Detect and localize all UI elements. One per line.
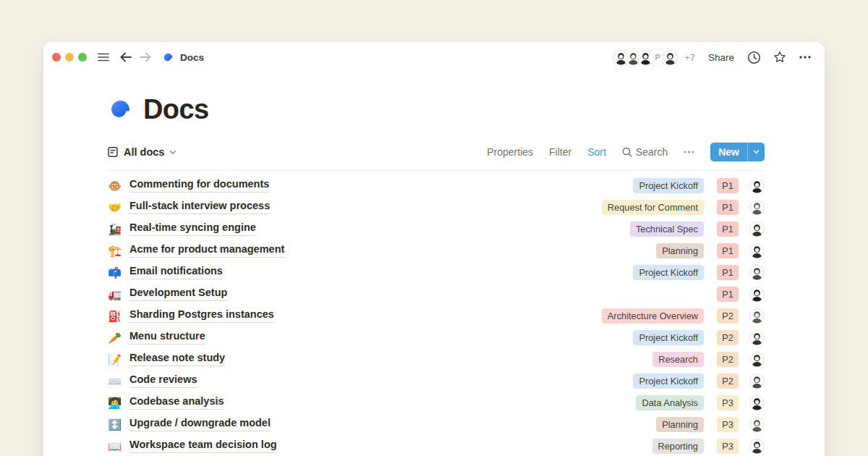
doc-row[interactable]: ↕️ Upgrade / downgrade model Planning P3 [107,413,765,435]
doc-row[interactable]: 🚛 Development Setup P1 [107,283,765,305]
new-doc-label[interactable]: New [710,143,747,161]
doc-type-tag[interactable]: Research [652,352,704,367]
doc-title-link[interactable]: Workspace team decision log [129,439,277,452]
doc-type-tag[interactable]: Project Kickoff [633,178,704,193]
assignee-avatar[interactable] [749,221,765,237]
page-header: Docs [107,94,765,125]
priority-badge[interactable]: P2 [717,352,739,367]
history-clock-icon[interactable] [747,51,761,64]
new-doc-button[interactable]: New [710,143,765,161]
doc-title-link[interactable]: Codebase analysis [129,395,224,409]
doc-title-link[interactable]: Menu structure [129,330,205,344]
priority-badge[interactable]: P3 [717,395,739,410]
priority-badge[interactable]: P1 [717,265,739,280]
doc-row[interactable]: ⛽ Sharding Postgres instances Architectu… [107,305,765,326]
open-book-icon: 📖 [107,441,122,452]
titlebar: Docs P +7 Share [43,42,825,72]
fuel-pump-icon: ⛽ [107,311,122,321]
more-options-icon[interactable] [799,55,812,59]
doc-title-link[interactable]: Real-time syncing engine [129,221,256,235]
assignee-avatar[interactable] [749,178,765,193]
doc-type-tag[interactable]: Planning [656,417,704,432]
doc-title-link[interactable]: Release note study [129,352,225,366]
close-window-button[interactable] [52,53,61,62]
view-selector[interactable]: All docs [107,146,176,158]
handshake-icon: 🤝 [107,202,122,213]
doc-title-link[interactable]: Development Setup [129,287,227,300]
assignee-avatar[interactable] [749,243,765,258]
doc-row[interactable]: 🤝 Full-stack interview process Request f… [107,196,765,218]
assignee-avatar[interactable] [749,308,765,324]
doc-row[interactable]: 👩‍💻 Codebase analysis Data Analysis P3 [107,392,765,413]
doc-row[interactable]: 📝 Release note study Research P2 [107,348,765,370]
assignee-avatar[interactable] [749,373,765,389]
doc-title-link[interactable]: Full-stack interview process [129,200,270,214]
mailbox-icon: 📫 [107,267,122,278]
assignee-avatar[interactable] [749,265,765,280]
back-arrow-icon[interactable] [119,51,132,63]
search-button[interactable]: Search [622,146,668,158]
priority-badge[interactable]: P1 [717,178,739,193]
priority-badge[interactable]: P3 [717,439,739,454]
assignee-avatar[interactable] [749,439,765,454]
doc-type-tag[interactable]: Technical Spec [630,221,704,237]
doc-row[interactable]: 🏗️ Acme for product management Planning … [107,240,765,261]
app-logo-spiral-icon [162,51,174,64]
share-button[interactable]: Share [708,52,734,63]
filter-button[interactable]: Filter [549,146,571,158]
doc-title-link[interactable]: Code reviews [129,373,197,387]
doc-title-link[interactable]: Acme for product management [129,243,284,257]
doc-row[interactable]: 🐵 Commenting for documents Project Kicko… [107,174,765,196]
toolbar-more-icon[interactable] [684,151,694,153]
priority-badge[interactable]: P1 [717,287,739,302]
doc-type-tag[interactable]: Planning [656,243,704,258]
doc-row[interactable]: 🚂 Real-time syncing engine Technical Spe… [107,218,765,240]
priority-badge[interactable]: P3 [717,417,739,432]
doc-row[interactable]: 📫 Email notifications Project Kickoff P1 [107,261,765,283]
doc-title-link[interactable]: Email notifications [129,265,223,279]
collaborator-avatar[interactable] [661,48,678,66]
doc-title-link[interactable]: Sharding Postgres instances [129,308,274,322]
priority-badge[interactable]: P1 [717,221,739,237]
new-doc-dropdown-chevron-icon[interactable] [748,143,765,161]
doc-type-tag[interactable]: Project Kickoff [633,330,704,345]
up-down-arrow-icon: ↕️ [107,419,122,430]
assignee-avatar[interactable] [749,352,765,367]
extra-collaborators-count[interactable]: +7 [684,52,695,63]
assignee-avatar[interactable] [749,200,765,215]
minimize-window-button[interactable] [65,53,74,62]
sort-button[interactable]: Sort [587,146,606,158]
priority-badge[interactable]: P1 [717,243,739,258]
priority-badge[interactable]: P2 [717,373,739,389]
doc-type-tag[interactable]: Project Kickoff [633,265,704,280]
doc-type-tag[interactable]: Request for Comment [602,200,704,215]
memo-icon: 📝 [107,354,122,365]
doc-title-link[interactable]: Upgrade / downgrade model [129,417,271,431]
search-icon [622,147,632,157]
assignee-avatar[interactable] [749,287,765,302]
priority-badge[interactable]: P2 [717,330,739,345]
priority-badge[interactable]: P1 [717,200,739,215]
assignee-avatar[interactable] [749,417,765,432]
priority-badge[interactable]: P2 [717,308,739,324]
doc-row[interactable]: ⌨️ Code reviews Project Kickoff P2 [107,370,765,392]
properties-button[interactable]: Properties [487,146,533,158]
hamburger-menu-icon[interactable] [97,51,110,64]
assignee-avatar[interactable] [749,330,765,345]
forward-arrow-icon[interactable] [139,51,152,63]
favorite-star-icon[interactable] [773,50,787,64]
assignee-avatar[interactable] [749,395,765,410]
doc-row[interactable]: 🥕 Menu structure Project Kickoff P2 [107,326,765,348]
collaborator-avatars[interactable]: P [612,48,678,66]
doc-type-tag[interactable]: Data Analysis [636,395,704,410]
doc-title-link[interactable]: Commenting for documents [129,178,269,192]
doc-row[interactable]: 📖 Workspace team decision log Reporting … [107,435,765,456]
monkey-face-icon: 🐵 [107,180,122,191]
zoom-window-button[interactable] [78,53,87,62]
building-construction-icon: 🏗️ [107,245,122,256]
delivery-truck-icon: 🚛 [107,289,122,300]
doc-type-tag[interactable]: Reporting [652,439,705,454]
view-name: All docs [124,146,164,158]
doc-type-tag[interactable]: Architecture Overview [602,308,704,324]
doc-type-tag[interactable]: Project Kickoff [633,373,704,389]
